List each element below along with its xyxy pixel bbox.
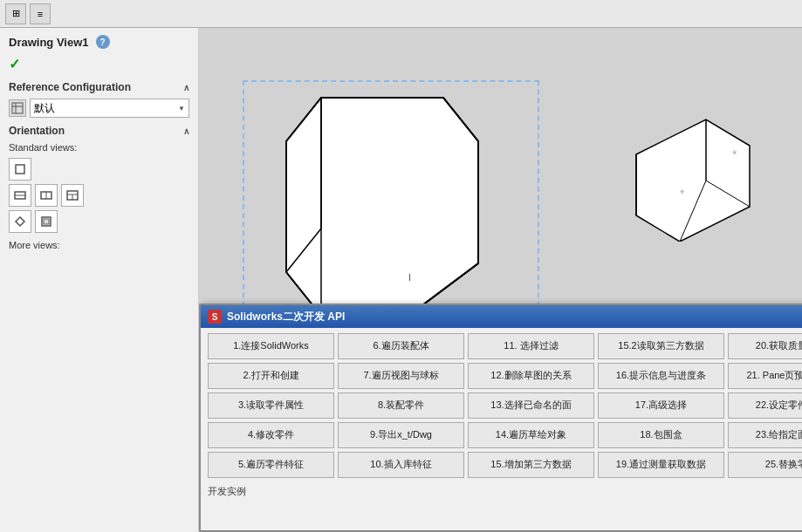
dialog-cell-c26[interactable]: 10.插入库特征 [338,452,464,478]
dialog-cell-c15[interactable]: 13.选择已命名的面 [468,392,594,419]
dialog-grid: 1.连接SolidWorks6.遍历装配体11. 选择过滤15.2读取第三方数据… [208,333,802,478]
svg-text:*: * [680,187,685,201]
checkmark[interactable]: ✓ [9,56,189,72]
svg-rect-0 [12,103,23,113]
dialog-cell-c22[interactable]: 18.包围盒 [598,422,724,448]
dialog-cell-c13[interactable]: 3.读取零件属性 [208,392,334,419]
more-views-label[interactable]: More views: [9,240,189,250]
dialog-cell-c19[interactable]: 4.修改零件 [208,422,334,448]
dialog-title-text: Solidworks二次开发 API [227,310,345,324]
ref-dropdown-arrow: ▼ [178,105,185,113]
solidworks-api-dialog: S Solidworks二次开发 API — □ ✕ 1.连接SolidWork… [199,304,802,532]
ref-config-value: 默认 [34,101,55,116]
standard-views-label: Standard views: [9,142,189,153]
dialog-cell-c11[interactable]: 21. Pane页预览BOM [728,363,802,389]
dialog-cell-c2[interactable]: 6.遍历装配体 [338,333,464,359]
dialog-cell-c14[interactable]: 8.装配零件 [338,392,464,419]
svg-marker-14 [286,98,478,316]
top-toolbar: ⊞ ≡ [0,0,802,28]
dialog-cell-c5[interactable]: 20.获取质量属性 [728,333,802,359]
toolbar-icon-list[interactable]: ≡ [30,3,51,24]
dialog-cell-c28[interactable]: 19.通过测量获取数据 [598,452,724,478]
left-panel: Drawing View1 ? ✓ Reference Configuratio… [0,28,199,532]
orientation-header: Orientation ∧ [9,125,189,137]
panel-title-bar: Drawing View1 ? [9,35,189,49]
panel-title: Drawing View1 [9,36,89,49]
reference-config-label: Reference Configuration [9,81,131,93]
label-I: I [408,272,411,283]
dialog-cell-c4[interactable]: 15.2读取第三方数据 [598,333,724,359]
dialog-cell-c3[interactable]: 11. 选择过滤 [468,333,594,359]
ref-config-icon [9,99,26,117]
canvas-area: * * I D S Solidworks二次开发 API — □ ✕ 1.连接S [199,28,802,532]
view-grid [9,158,189,233]
dialog-footer: 开发实例 [208,483,802,500]
orientation-label: Orientation [9,125,65,137]
main-area: Drawing View1 ? ✓ Reference Configuratio… [0,28,802,532]
dialog-cell-c20[interactable]: 9.导出x_t/Dwg [338,422,464,448]
svg-marker-24 [636,119,750,242]
dialog-cell-c27[interactable]: 15.增加第三方数据 [468,452,594,478]
view-btn-3b[interactable] [35,210,58,233]
dialog-body: 1.连接SolidWorks6.遍历装配体11. 选择过滤15.2读取第三方数据… [201,328,802,505]
svg-text:*: * [732,147,737,161]
view-btn-2c[interactable] [61,184,84,207]
view-row-2 [9,184,189,207]
collapse-arrow[interactable]: ∧ [183,83,189,92]
dialog-cell-c29[interactable]: 25.替换零件 [728,452,802,478]
drawing-shape-left [251,89,522,324]
dialog-cell-c9[interactable]: 12.删除草图的关系 [468,363,594,389]
dialog-cell-c23[interactable]: 23.给指定面上色 [728,422,802,448]
dialog-cell-c16[interactable]: 17.高级选择 [598,392,724,419]
dialog-cell-c8[interactable]: 7.遍历视图与球标 [338,363,464,389]
dialog-cell-c17[interactable]: 22.设定零件材质 [728,392,802,419]
drawing-shape-right: * * [601,85,776,242]
svg-rect-13 [44,219,49,224]
dialog-titlebar: S Solidworks二次开发 API — □ ✕ [201,305,802,328]
dialog-cell-c1[interactable]: 1.连接SolidWorks [208,333,334,359]
dialog-cell-c25[interactable]: 5.遍历零件特征 [208,452,334,478]
ref-config-dropdown[interactable]: 默认 ▼ [30,99,189,118]
view-btn-single[interactable] [9,158,31,181]
svg-rect-3 [16,165,24,174]
ref-config-row: 默认 ▼ [9,99,189,118]
view-btn-3a[interactable] [9,210,31,233]
dialog-cell-c21[interactable]: 14.遍历草绘对象 [468,422,594,448]
view-row-1 [9,158,189,181]
dialog-cell-c7[interactable]: 2.打开和创建 [208,363,334,389]
orientation-collapse-arrow[interactable]: ∧ [183,126,189,136]
view-btn-2b[interactable] [35,184,58,207]
view-btn-2a[interactable] [9,184,31,207]
dialog-title-left: S Solidworks二次开发 API [208,310,345,324]
svg-marker-11 [16,217,24,226]
dialog-cell-c10[interactable]: 16.提示信息与进度条 [598,363,724,389]
solidworks-s-icon: S [208,310,222,324]
view-row-3 [9,210,189,233]
help-icon[interactable]: ? [96,35,110,49]
reference-config-header: Reference Configuration ∧ [9,81,189,93]
toolbar-icon-grid[interactable]: ⊞ [5,3,26,24]
